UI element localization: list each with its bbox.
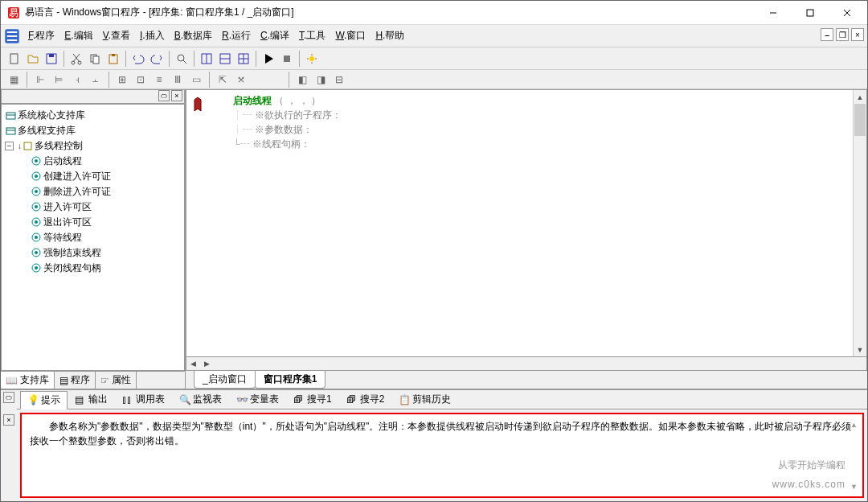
- run-button[interactable]: [260, 50, 277, 68]
- edittab-programset[interactable]: 窗口程序集1: [255, 371, 326, 389]
- menu-insert[interactable]: I.插入: [135, 27, 170, 45]
- glasses-icon: 👓: [236, 394, 248, 405]
- copy-button[interactable]: [86, 50, 104, 68]
- menu-tools[interactable]: T.工具: [294, 27, 330, 45]
- panel-pin-icon[interactable]: ⬭: [158, 90, 170, 101]
- scroll-down-icon[interactable]: ▼: [854, 343, 866, 356]
- tb2-icon-12[interactable]: ⤧: [233, 72, 249, 88]
- scroll-up-icon[interactable]: ▲: [854, 90, 866, 104]
- btab-cliphistory[interactable]: 📋剪辑历史: [391, 390, 458, 409]
- minimize-button[interactable]: [755, 1, 792, 25]
- lefttab-program[interactable]: ▤程序: [55, 372, 96, 389]
- menu-view[interactable]: V.查看: [98, 27, 135, 45]
- scroll-down-icon[interactable]: ▼: [847, 479, 861, 493]
- tree-leaf[interactable]: 启动线程: [3, 154, 182, 169]
- tb2-icon-3[interactable]: ⊨: [51, 72, 67, 88]
- layout2-button[interactable]: [216, 50, 234, 68]
- edittab-startwindow[interactable]: _启动窗口: [194, 371, 256, 389]
- new-button[interactable]: [6, 50, 23, 68]
- svg-rect-25: [284, 56, 290, 62]
- tree-leaf[interactable]: 退出许可区: [3, 215, 182, 230]
- mdi-minimize-icon[interactable]: ‒: [821, 28, 833, 41]
- mdi-restore-icon[interactable]: ❐: [836, 28, 849, 41]
- tb2-icon-13[interactable]: ◧: [294, 72, 310, 88]
- tree-group-control[interactable]: −↓多线程控制: [3, 138, 182, 154]
- btab-search1[interactable]: 🗊搜寻1: [286, 390, 339, 409]
- tb2-icon-1[interactable]: ▦: [6, 72, 22, 88]
- secondary-toolbar: ▦ ⊩ ⊨ ⫞ ⫠ ⊞ ⊡ ≡ Ⅲ ▭ ⇱ ⤧ ◧ ◨ ⊟: [1, 70, 867, 89]
- svg-point-16: [178, 55, 184, 61]
- tree-leaf[interactable]: 强制结束线程: [3, 245, 182, 261]
- stop-button[interactable]: [278, 50, 296, 68]
- config-button[interactable]: [303, 50, 321, 68]
- svg-rect-29: [6, 128, 15, 134]
- search-icon: 🗊: [346, 394, 358, 405]
- menu-program[interactable]: F.程序: [23, 27, 59, 45]
- tree-leaf[interactable]: 关闭线程句柄: [3, 261, 182, 276]
- btab-watch[interactable]: 🔍监视表: [172, 390, 229, 409]
- svg-rect-31: [24, 142, 31, 150]
- panel-close-icon[interactable]: ×: [171, 90, 182, 101]
- library-tree[interactable]: 系统核心支持库 多线程支持库 −↓多线程控制 启动线程 创建进入许可证 删除进入…: [1, 104, 185, 371]
- tb2-icon-11[interactable]: ⇱: [215, 72, 231, 88]
- tb2-icon-4[interactable]: ⫞: [69, 72, 85, 88]
- scroll-left-icon[interactable]: ◀: [186, 357, 200, 371]
- tb2-icon-7[interactable]: ⊡: [133, 72, 149, 88]
- menu-database[interactable]: B.数据库: [170, 27, 217, 45]
- tb2-icon-8[interactable]: ≡: [151, 72, 167, 88]
- save-button[interactable]: [43, 50, 60, 68]
- tb2-icon-2[interactable]: ⊩: [32, 72, 48, 88]
- book-icon: 📖: [6, 375, 18, 386]
- menu-help[interactable]: H.帮助: [371, 27, 409, 45]
- svg-point-41: [35, 220, 38, 224]
- app-icon: 易: [7, 6, 20, 19]
- menu-edit[interactable]: E.编辑: [59, 27, 97, 45]
- tree-leaf[interactable]: 删除进入许可证: [3, 184, 182, 200]
- svg-point-35: [35, 175, 38, 178]
- tb2-icon-14[interactable]: ◨: [313, 72, 329, 88]
- tb2-icon-10[interactable]: ▭: [188, 72, 204, 88]
- tree-leaf[interactable]: 创建进入许可证: [3, 169, 182, 184]
- menu-run[interactable]: R.运行: [217, 27, 256, 45]
- code-editor[interactable]: 启动线程 （ ， ， ） ┊┄ ※欲执行的子程序： ┊┄ ※参数数据： └┄ ※…: [186, 89, 867, 357]
- scroll-up-icon[interactable]: ▲: [847, 418, 861, 431]
- editor-hscrollbar[interactable]: ◀ ▶: [186, 357, 867, 371]
- bottom-close-icon[interactable]: ×: [3, 414, 14, 426]
- menu-compile[interactable]: C.编译: [256, 27, 294, 45]
- btab-hint[interactable]: 💡提示: [20, 391, 68, 409]
- tb2-icon-15[interactable]: ⊟: [331, 72, 347, 88]
- tree-root-thread[interactable]: 多线程支持库: [3, 123, 182, 138]
- tree-root-core[interactable]: 系统核心支持库: [3, 108, 182, 123]
- scroll-thumb[interactable]: [854, 104, 866, 136]
- cut-button[interactable]: [68, 50, 85, 68]
- find-button[interactable]: [173, 50, 190, 68]
- btab-variables[interactable]: 👓变量表: [229, 390, 286, 409]
- tb2-icon-9[interactable]: Ⅲ: [170, 72, 186, 88]
- undo-button[interactable]: [129, 50, 147, 68]
- layout1-button[interactable]: [198, 50, 215, 68]
- hint-panel: 参数名称为"参数数据"，数据类型为"整数型（int）"，所处语句为"启动线程"。…: [20, 413, 864, 498]
- lightbulb-icon: 💡: [27, 394, 39, 405]
- paste-button[interactable]: [104, 50, 122, 68]
- btab-calltable[interactable]: ⫿⫿调用表: [115, 390, 172, 409]
- btab-output[interactable]: ▤输出: [68, 390, 115, 409]
- tree-leaf[interactable]: 进入许可区: [3, 200, 182, 215]
- redo-button[interactable]: [148, 50, 166, 68]
- mdi-close-icon[interactable]: ×: [851, 28, 864, 41]
- lefttab-properties[interactable]: ☞属性: [96, 372, 137, 389]
- close-button[interactable]: [829, 1, 866, 25]
- tb2-icon-6[interactable]: ⊞: [114, 72, 130, 88]
- layout3-button[interactable]: [235, 50, 252, 68]
- hint-vscrollbar[interactable]: ▲ ▼: [847, 418, 861, 493]
- btab-search2[interactable]: 🗊搜寻2: [339, 390, 392, 409]
- tree-leaf[interactable]: 等待线程: [3, 230, 182, 245]
- lefttab-library[interactable]: 📖支持库: [1, 372, 55, 389]
- editor-vscrollbar[interactable]: ▲ ▼: [853, 90, 866, 356]
- tb2-icon-5[interactable]: ⫠: [88, 72, 104, 88]
- svg-text:易: 易: [9, 7, 18, 19]
- menu-window[interactable]: W.窗口: [330, 27, 371, 45]
- open-button[interactable]: [24, 50, 42, 68]
- scroll-right-icon[interactable]: ▶: [200, 357, 214, 371]
- maximize-button[interactable]: [792, 1, 829, 25]
- bottom-pin-icon[interactable]: ⬭: [3, 392, 14, 403]
